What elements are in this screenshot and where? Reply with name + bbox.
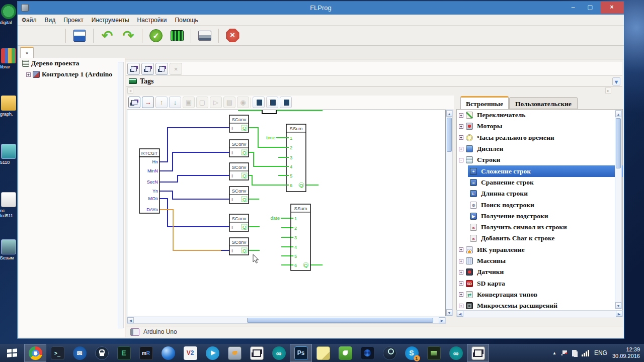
evernote-taskbar-button[interactable]: [334, 344, 356, 362]
library-item-13[interactable]: +ИК управление: [457, 244, 622, 255]
tab-user[interactable]: Пользовательские: [509, 97, 578, 109]
title-bar[interactable]: FLProg – ▢ ×: [18, 2, 624, 15]
insert-block-flag-button[interactable]: [280, 97, 292, 108]
copy-board-button[interactable]: ▣: [183, 97, 195, 108]
winbox-taskbar-button[interactable]: [157, 344, 179, 362]
library-hscrollbar[interactable]: ◀ ▶: [456, 310, 623, 317]
flprog-app-active-taskbar-button[interactable]: [467, 344, 489, 362]
paste-button[interactable]: ▤: [223, 97, 235, 108]
library-item-10[interactable]: ▶Получение подстроки: [468, 211, 622, 222]
verify-button[interactable]: ✓: [147, 27, 165, 44]
insert-connection-button[interactable]: →: [142, 97, 154, 108]
terminal-taskbar-button[interactable]: >_: [46, 344, 68, 362]
menu-item-2[interactable]: Вид: [41, 16, 60, 25]
board-tab-1[interactable]: [127, 63, 140, 75]
view-button[interactable]: ◉: [237, 97, 249, 108]
block-sconv4[interactable]: SConvIQ: [229, 187, 249, 204]
block-sconv5[interactable]: SConvIQ: [229, 214, 249, 231]
flprog-app-taskbar-button[interactable]: [246, 344, 268, 362]
library-item-7[interactable]: =Сравнение строк: [468, 177, 622, 188]
tab-built-in[interactable]: Встроенные: [460, 96, 509, 109]
block-rtcgt[interactable]: RTCGTHnMinNSecNYnMOnDAYn: [139, 149, 159, 213]
expander-icon[interactable]: +: [459, 304, 463, 308]
block-sconv1[interactable]: SConvIQ: [229, 115, 249, 132]
desktop-icon-graph[interactable]: graph.: [0, 96, 17, 117]
insert-block-left-button[interactable]: [253, 97, 265, 108]
expander-icon[interactable]: +: [459, 135, 463, 140]
library-item-5[interactable]: -Строки: [457, 154, 622, 165]
desktop-icon-library[interactable]: librar: [0, 48, 17, 69]
block-partial-block[interactable]: [262, 110, 276, 114]
expander-icon[interactable]: +: [459, 124, 463, 129]
arduino-ide-2-taskbar-button[interactable]: ∞: [445, 344, 467, 362]
viewer-3d-taskbar-button[interactable]: [356, 344, 378, 362]
expander-icon[interactable]: +: [459, 147, 463, 151]
desktop-icon-lcd[interactable]: nc lcd511: [0, 192, 17, 218]
close-board-button[interactable]: ×: [170, 63, 182, 75]
scroll-right-icon[interactable]: ▸: [605, 87, 611, 94]
library-item-18[interactable]: +Микросхемы расширений: [457, 300, 622, 311]
photoshop-taskbar-button[interactable]: Ps: [290, 344, 312, 362]
menu-item-6[interactable]: Помощь: [171, 16, 202, 25]
device-tools-taskbar-button[interactable]: [223, 344, 246, 362]
desktop-icon-untitled[interactable]: Безым: [0, 239, 17, 260]
open-project-button[interactable]: [43, 27, 61, 44]
library-item-15[interactable]: +Датчики: [457, 266, 622, 278]
tags-header[interactable]: Tags ▼: [126, 75, 622, 87]
library-item-3[interactable]: +Часы реального времени: [457, 132, 622, 143]
undo-button[interactable]: ↶: [98, 27, 116, 44]
board-tab-3[interactable]: [155, 63, 168, 75]
expander-icon[interactable]: +: [459, 281, 463, 286]
library-item-9[interactable]: ⊙Поиск подстроки: [468, 199, 622, 210]
action-center-flag-icon[interactable]: ×: [561, 350, 567, 355]
library-item-16[interactable]: +SDSD карта: [457, 278, 622, 289]
chrome-taskbar-button[interactable]: [24, 344, 46, 362]
move-up-button[interactable]: ↑: [155, 97, 168, 108]
block-sconv3[interactable]: SConvIQ: [229, 163, 249, 180]
block-sconv2[interactable]: SConvIQ: [229, 140, 249, 157]
library-item-14[interactable]: +Массивы: [457, 255, 622, 266]
skype-taskbar-button[interactable]: S1: [400, 344, 423, 362]
expander-icon[interactable]: +: [459, 113, 463, 118]
library-vscrollbar[interactable]: ▲ ▼: [615, 110, 622, 309]
language-indicator[interactable]: ENG: [594, 349, 607, 356]
project-tree-controller[interactable]: + Контроллер 1 (Arduino: [19, 69, 125, 80]
open-board-window-button[interactable]: [128, 97, 140, 108]
menu-item-4[interactable]: Инструменты: [88, 16, 133, 25]
block-sconv6[interactable]: SConvIQ: [229, 238, 249, 255]
thunderbird-taskbar-button[interactable]: ✉: [68, 344, 91, 362]
library-item-17[interactable]: +⇄Конвертация типов: [457, 289, 622, 300]
upload-button[interactable]: [196, 27, 214, 44]
board-tab-2[interactable]: [141, 63, 154, 75]
compile-button[interactable]: [168, 27, 186, 44]
minimize-button[interactable]: –: [566, 2, 581, 14]
pointer-mode-button[interactable]: ▷: [210, 97, 222, 108]
maximize-button[interactable]: ▢: [583, 2, 598, 14]
library-item-11[interactable]: aПолучить символ из строки: [468, 222, 622, 233]
sticky-notes-taskbar-button[interactable]: [312, 344, 334, 362]
desktop-icon-digital[interactable]: digital: [0, 4, 17, 25]
code-editor-taskbar-button[interactable]: E: [113, 344, 135, 362]
mremoteng-taskbar-button[interactable]: mR: [135, 344, 157, 362]
screen-recorder-taskbar-button[interactable]: [423, 344, 445, 362]
redo-button[interactable]: ↷: [119, 27, 137, 44]
keepass-taskbar-button[interactable]: [91, 344, 113, 362]
desktop-icon-5110[interactable]: 5110: [0, 144, 17, 165]
menu-item-5[interactable]: Настройки: [133, 16, 171, 25]
project-tree-root[interactable]: Дерево проекта: [19, 58, 125, 69]
block-ssum2[interactable]: SSum123456Q: [291, 204, 310, 270]
project-tree-scrollbar[interactable]: [118, 62, 124, 328]
steam-taskbar-button[interactable]: [378, 344, 400, 362]
insert-block-right-button[interactable]: [266, 97, 278, 108]
close-button[interactable]: ×: [600, 2, 623, 14]
library-item-8[interactable]: LДлинна строки: [468, 188, 622, 199]
arduino-ide-taskbar-button[interactable]: ∞: [268, 344, 290, 362]
expander-icon[interactable]: +: [459, 259, 463, 263]
expander-icon[interactable]: +: [459, 270, 463, 275]
new-sheet-button[interactable]: ▢: [196, 97, 208, 108]
tags-collapse-chevron-icon[interactable]: ▼: [612, 77, 620, 85]
start-button[interactable]: [0, 344, 24, 362]
menu-item-1[interactable]: Файл: [18, 16, 41, 25]
expander-icon[interactable]: -: [459, 158, 463, 162]
expander-icon[interactable]: +: [459, 292, 463, 297]
